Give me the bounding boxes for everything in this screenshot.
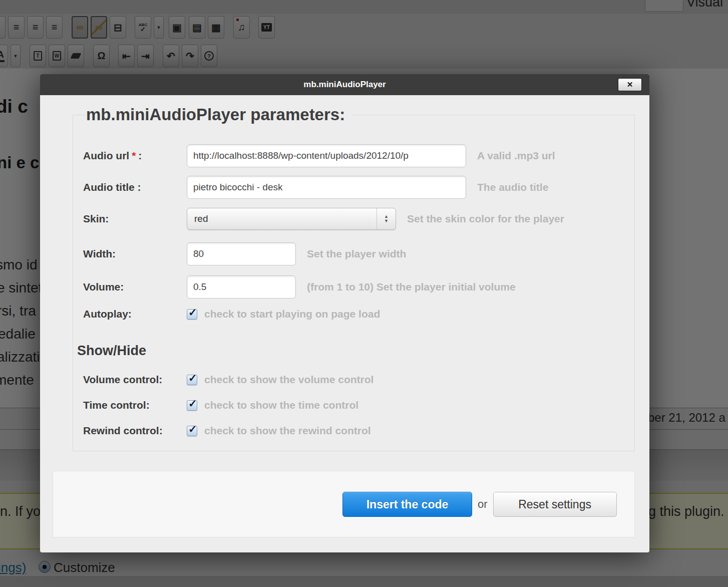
rewind-control-hint: check to show the rewind control bbox=[204, 425, 371, 437]
mini-audio-player-dialog: mb.miniAudioPlayer ✕ mb.miniAudioPlayer … bbox=[40, 74, 649, 552]
audio-url-label: Audio url*: bbox=[83, 150, 187, 162]
screen: ≡ ≡ ≡ ≡ ∞ ∞ ⊟ ABC ✓ ▼ ▣ ▤ ▦ ♫ YT A ▼ T bbox=[0, 0, 728, 587]
dialog-title: mb.miniAudioPlayer bbox=[303, 80, 386, 90]
insert-code-button[interactable]: Insert the code bbox=[342, 492, 472, 517]
audio-title-input[interactable] bbox=[187, 176, 466, 199]
close-icon[interactable]: ✕ bbox=[618, 78, 642, 91]
show-hide-heading: Show/Hide bbox=[77, 343, 634, 359]
check-icon: ✓ bbox=[188, 307, 197, 319]
field-row-time-control: Time control: ✓ check to show the time c… bbox=[83, 398, 634, 412]
audio-title-hint: The audio title bbox=[477, 181, 548, 193]
reset-settings-button[interactable]: Reset settings bbox=[493, 492, 617, 517]
required-asterisk: * bbox=[132, 150, 136, 161]
field-row-width: Width: Set the player width bbox=[83, 242, 634, 265]
audio-url-hint: A valid .mp3 url bbox=[477, 150, 555, 162]
field-row-rewind-control: Rewind control: ✓ check to show the rewi… bbox=[83, 424, 634, 438]
field-row-volume: Volume: (from 1 to 10) Set the player in… bbox=[83, 275, 634, 299]
volume-control-checkbox[interactable]: ✓ bbox=[187, 375, 197, 385]
field-row-skin: Skin: red ▲ ▼ Set the skin color for the… bbox=[83, 207, 634, 230]
field-row-autoplay: Autoplay: ✓ check to start playing on pa… bbox=[83, 307, 634, 321]
volume-control-label: Volume control: bbox=[83, 374, 187, 386]
dialog-titlebar: mb.miniAudioPlayer ✕ bbox=[40, 74, 649, 95]
width-label: Width: bbox=[83, 248, 187, 260]
time-control-label: Time control: bbox=[83, 399, 187, 411]
check-icon: ✓ bbox=[188, 398, 197, 410]
parameters-fieldset: mb.miniAudioPlayer parameters: Audio url… bbox=[73, 105, 635, 451]
width-hint: Set the player width bbox=[307, 248, 406, 260]
time-control-hint: check to show the time control bbox=[204, 399, 358, 411]
check-icon: ✓ bbox=[188, 423, 197, 435]
time-control-checkbox[interactable]: ✓ bbox=[187, 400, 197, 411]
dialog-heading: mb.miniAudioPlayer parameters: bbox=[86, 105, 352, 124]
volume-control-hint: check to show the volume control bbox=[204, 374, 374, 386]
field-row-audio-url: Audio url*: A valid .mp3 url bbox=[83, 144, 634, 167]
check-icon: ✓ bbox=[188, 372, 197, 384]
skin-label: Skin: bbox=[83, 213, 187, 225]
volume-input[interactable] bbox=[187, 275, 296, 299]
audio-title-label: Audio title : bbox=[83, 181, 187, 193]
skin-select[interactable]: red ▲ ▼ bbox=[187, 208, 396, 230]
rewind-control-label: Rewind control: bbox=[83, 425, 187, 437]
or-text: or bbox=[478, 498, 488, 511]
volume-label: Volume: bbox=[83, 281, 187, 293]
autoplay-label: Autoplay: bbox=[83, 308, 187, 320]
skin-hint: Set the skin color for the player bbox=[407, 213, 564, 225]
volume-hint: (from 1 to 10) Set the player initial vo… bbox=[307, 281, 516, 293]
select-stepper-icon: ▲ ▼ bbox=[377, 208, 396, 229]
field-row-audio-title: Audio title : The audio title bbox=[83, 176, 634, 199]
dialog-buttons-row: Insert the code or Reset settings bbox=[342, 492, 617, 517]
autoplay-checkbox[interactable]: ✓ bbox=[187, 309, 197, 320]
autoplay-hint: check to start playing on page load bbox=[204, 308, 380, 320]
rewind-control-checkbox[interactable]: ✓ bbox=[187, 426, 197, 436]
field-row-volume-control: Volume control: ✓ check to show the volu… bbox=[83, 373, 634, 387]
width-input[interactable] bbox=[187, 242, 296, 265]
audio-url-input[interactable] bbox=[187, 144, 466, 167]
dialog-footer: Insert the code or Reset settings bbox=[53, 471, 635, 537]
skin-select-value: red bbox=[187, 213, 208, 224]
